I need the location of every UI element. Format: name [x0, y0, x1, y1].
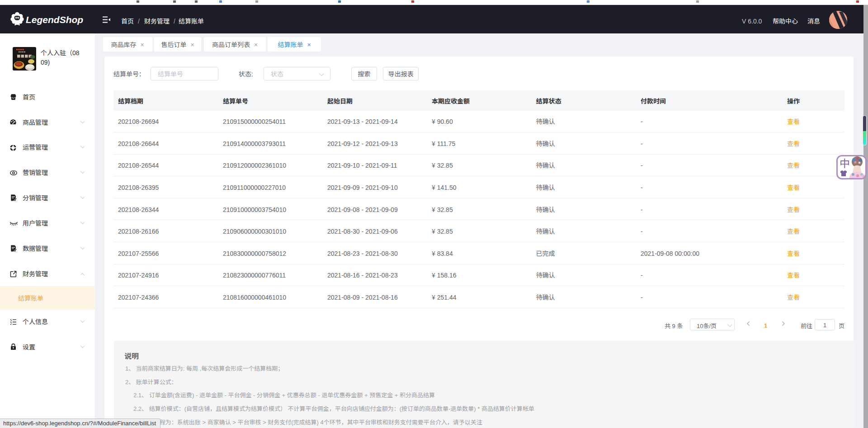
svg-text:中: 中: [840, 156, 850, 170]
